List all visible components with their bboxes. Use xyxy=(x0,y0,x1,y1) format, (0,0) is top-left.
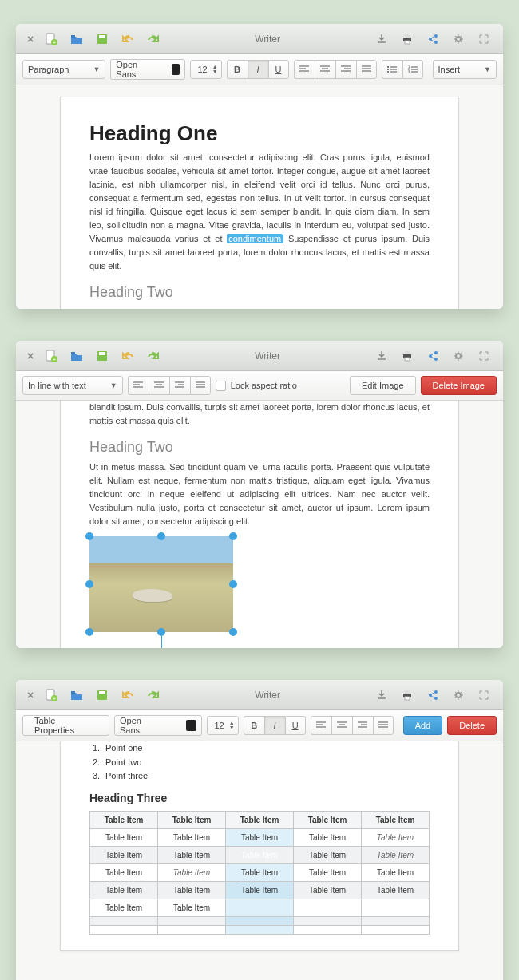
italic-button[interactable]: I xyxy=(248,60,268,79)
font-size-field[interactable]: 12 ▲▼ xyxy=(207,716,238,735)
align-justify-button[interactable] xyxy=(356,60,377,79)
svg-rect-5 xyxy=(99,35,105,38)
redo-icon[interactable] xyxy=(144,686,163,705)
add-button[interactable]: Add xyxy=(403,716,443,735)
align-left-button[interactable] xyxy=(294,60,315,79)
print-icon[interactable] xyxy=(398,346,417,366)
font-family-dropdown[interactable]: Open Sans xyxy=(114,715,202,736)
data-table[interactable]: Table Item Table Item Table Item Table I… xyxy=(89,811,430,935)
spinner-icon[interactable]: ▲▼ xyxy=(229,721,235,730)
font-family-dropdown[interactable]: Open Sans xyxy=(110,59,185,80)
close-button[interactable]: × xyxy=(22,689,38,701)
number-list-button[interactable]: 123 xyxy=(402,60,423,79)
align-right-button[interactable] xyxy=(335,60,356,79)
redo-icon[interactable] xyxy=(144,30,163,49)
wrap-dropdown[interactable]: In line with text ▼ xyxy=(22,376,123,395)
resize-handle-e[interactable] xyxy=(229,580,237,588)
lock-aspect-checkbox[interactable]: Lock aspect ratio xyxy=(216,381,297,391)
align-center-button[interactable] xyxy=(149,376,169,395)
table-header[interactable]: Table Item xyxy=(90,811,158,828)
writer-window-table: × + Writer Table Properties Open Sans 12… xyxy=(16,680,503,980)
svg-text:3: 3 xyxy=(408,69,410,73)
spinner-icon[interactable]: ▲▼ xyxy=(212,65,218,74)
image-content[interactable] xyxy=(89,536,233,632)
svg-rect-22 xyxy=(71,352,75,354)
save-icon[interactable] xyxy=(93,686,112,705)
table-header[interactable]: Table Item xyxy=(226,811,294,828)
window-title: Writer xyxy=(166,690,369,701)
new-doc-icon[interactable]: + xyxy=(42,346,61,366)
new-doc-icon[interactable]: + xyxy=(42,30,61,49)
align-justify-button[interactable] xyxy=(190,376,211,395)
bold-button[interactable]: B xyxy=(227,60,248,79)
share-icon[interactable] xyxy=(423,346,442,366)
table-header[interactable]: Table Item xyxy=(294,811,362,828)
table-header[interactable]: Table Item xyxy=(158,811,226,828)
maximize-icon[interactable] xyxy=(474,686,493,705)
table-row: Table Item Table Item xyxy=(90,899,430,916)
save-icon[interactable] xyxy=(93,346,112,366)
resize-handle-sw[interactable] xyxy=(85,628,93,636)
delete-image-button[interactable]: Delete Image xyxy=(421,376,497,395)
maximize-icon[interactable] xyxy=(474,30,493,49)
share-icon[interactable] xyxy=(423,30,442,49)
download-icon[interactable] xyxy=(372,346,391,366)
body-paragraph[interactable]: Ut in metus massa. Sed tincidunt quam ve… xyxy=(89,306,430,309)
align-center-button[interactable] xyxy=(315,60,335,79)
insert-dropdown[interactable]: Insert ▼ xyxy=(433,60,497,79)
maximize-icon[interactable] xyxy=(474,346,493,366)
body-paragraph[interactable]: Lorem ipsum dolor sit amet, consectetur … xyxy=(89,151,430,273)
font-size-field[interactable]: 12 ▲▼ xyxy=(190,60,221,79)
resize-handle-s[interactable] xyxy=(157,628,165,636)
checkbox-box[interactable] xyxy=(216,381,226,391)
download-icon[interactable] xyxy=(372,686,391,705)
align-justify-button[interactable] xyxy=(373,716,394,735)
edit-image-button[interactable]: Edit Image xyxy=(350,376,416,395)
settings-icon[interactable] xyxy=(449,30,468,49)
open-doc-icon[interactable] xyxy=(67,346,86,366)
close-button[interactable]: × xyxy=(22,350,38,362)
align-right-button[interactable] xyxy=(352,716,373,735)
underline-button[interactable]: U xyxy=(285,716,306,735)
close-button[interactable]: × xyxy=(22,33,38,45)
download-icon[interactable] xyxy=(372,30,391,49)
font-color-swatch[interactable] xyxy=(172,64,180,75)
open-doc-icon[interactable] xyxy=(67,30,86,49)
text-selection[interactable]: condimentum xyxy=(227,234,283,243)
table-row: Table Item Table Item Table Item Table I… xyxy=(90,846,430,863)
image-align-group xyxy=(128,376,211,395)
table-properties-button[interactable]: Table Properties xyxy=(22,715,109,736)
svg-rect-40 xyxy=(405,697,410,700)
settings-icon[interactable] xyxy=(449,686,468,705)
align-center-button[interactable] xyxy=(331,716,352,735)
font-color-swatch[interactable] xyxy=(186,720,197,731)
resize-handle-ne[interactable] xyxy=(229,532,237,540)
ordered-list[interactable]: 1.Point one 2.Point two 3.Point three xyxy=(89,741,430,784)
undo-icon[interactable] xyxy=(118,346,137,366)
align-left-button[interactable] xyxy=(128,376,149,395)
redo-icon[interactable] xyxy=(144,346,163,366)
bold-button[interactable]: B xyxy=(244,716,264,735)
svg-text:+: + xyxy=(53,40,56,45)
share-icon[interactable] xyxy=(423,686,442,705)
settings-icon[interactable] xyxy=(449,346,468,366)
print-icon[interactable] xyxy=(398,686,417,705)
bullet-list-button[interactable] xyxy=(382,60,402,79)
italic-button[interactable]: I xyxy=(264,716,285,735)
selected-image[interactable] xyxy=(89,536,233,632)
delete-button[interactable]: Delete xyxy=(447,716,497,735)
save-icon[interactable] xyxy=(93,30,112,49)
print-icon[interactable] xyxy=(398,30,417,49)
align-right-button[interactable] xyxy=(169,376,190,395)
new-doc-icon[interactable]: + xyxy=(42,686,61,705)
table-header[interactable]: Table Item xyxy=(362,811,430,828)
resize-handle-se[interactable] xyxy=(229,628,237,636)
paragraph-style-dropdown[interactable]: Paragraph ▼ xyxy=(22,60,105,79)
undo-icon[interactable] xyxy=(118,30,137,49)
underline-button[interactable]: U xyxy=(268,60,289,79)
align-left-button[interactable] xyxy=(311,716,331,735)
body-paragraph[interactable]: Ut in metus massa. Sed tincidunt quam ve… xyxy=(89,460,430,528)
open-doc-icon[interactable] xyxy=(67,686,86,705)
body-paragraph[interactable]: blandit ipsum. Duis convallis, turpis si… xyxy=(89,401,430,428)
undo-icon[interactable] xyxy=(118,686,137,705)
